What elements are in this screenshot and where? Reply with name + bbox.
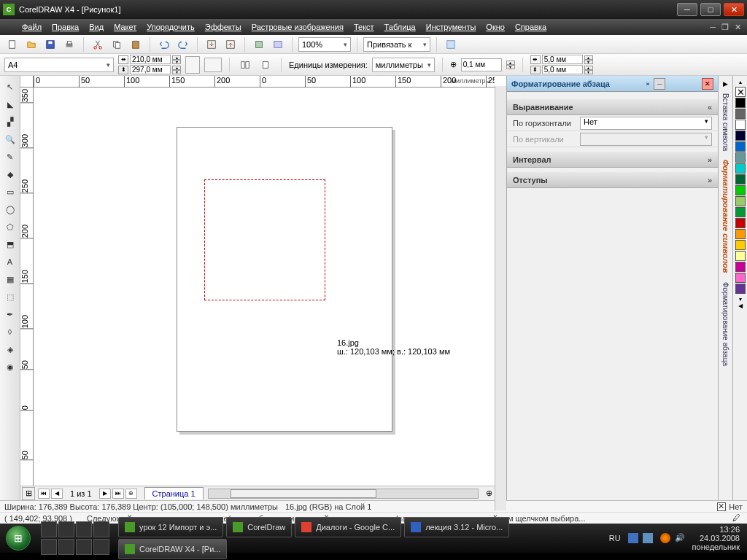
pagesize-combo[interactable]: A4	[4, 58, 114, 72]
ellipse-tool[interactable]: ◯	[2, 201, 18, 217]
navigator-button[interactable]: ⊕	[483, 488, 495, 499]
start-button[interactable]: ⊞	[1, 525, 35, 551]
menu-view[interactable]: Вид	[89, 23, 104, 31]
text-tool[interactable]: A	[2, 254, 18, 270]
color-swatch[interactable]	[735, 141, 746, 152]
tray-icon-3[interactable]	[660, 533, 670, 543]
color-swatch[interactable]	[735, 163, 746, 174]
docker-expand-icon[interactable]: ▶	[723, 80, 728, 88]
menu-help[interactable]: Справка	[515, 23, 546, 31]
crop-tool[interactable]: ▞	[2, 114, 18, 130]
vertical-ruler[interactable]: 35030025020015010050050	[20, 88, 34, 486]
menu-tools[interactable]: Инструменты	[426, 23, 476, 31]
next-page-button[interactable]: ▶	[99, 489, 111, 499]
color-swatch[interactable]	[735, 273, 746, 283]
alignment-section[interactable]: Выравнивание«	[507, 99, 718, 115]
nudge-input[interactable]	[461, 58, 502, 71]
color-swatch[interactable]	[735, 174, 746, 184]
page-height-input[interactable]	[130, 65, 171, 74]
dup-y-input[interactable]	[542, 65, 583, 74]
open-button[interactable]	[23, 36, 39, 52]
add-page-button[interactable]: ⊞	[22, 487, 35, 500]
color-swatch[interactable]	[735, 185, 746, 195]
clock[interactable]: 13:26 24.03.2008 понедельник	[692, 525, 740, 551]
page-width-input[interactable]	[130, 55, 171, 64]
print-button[interactable]	[61, 36, 77, 52]
current-page-button[interactable]	[258, 57, 274, 73]
ql-1[interactable]	[41, 521, 57, 537]
ql-2[interactable]	[58, 521, 74, 537]
import-button[interactable]	[204, 36, 220, 52]
menu-file[interactable]: Файл	[22, 23, 42, 31]
undo-button[interactable]	[156, 36, 172, 52]
menu-arrange[interactable]: Упорядочить	[147, 23, 194, 31]
horizontal-ruler[interactable]: миллиметры 050100150200050100150200250	[34, 76, 495, 88]
landscape-button[interactable]	[204, 58, 222, 72]
docker-tab-para-format[interactable]: Форматирование абзаца	[721, 279, 729, 369]
polygon-tool[interactable]: ⬠	[2, 219, 18, 235]
redo-button[interactable]	[175, 36, 191, 52]
save-button[interactable]	[42, 36, 58, 52]
palette-up-button[interactable]: ▴	[739, 79, 742, 85]
rectangle-tool[interactable]: ▭	[2, 184, 18, 200]
panel-close-button[interactable]: ✕	[702, 78, 713, 90]
maximize-button[interactable]: □	[700, 3, 721, 16]
last-page-button[interactable]: ⏭	[112, 489, 124, 499]
ql-5[interactable]	[41, 539, 57, 555]
horizontal-scrollbar[interactable]	[208, 489, 479, 499]
indents-section[interactable]: Отступы»	[507, 172, 718, 188]
menu-window[interactable]: Окно	[486, 23, 505, 31]
fill-tool[interactable]: ◈	[2, 341, 18, 357]
color-swatch[interactable]	[735, 284, 746, 294]
ql-4[interactable]	[93, 521, 109, 537]
copy-button[interactable]	[109, 36, 125, 52]
outline-tool[interactable]: ◊	[2, 324, 18, 340]
paste-button[interactable]	[128, 36, 144, 52]
ql-3[interactable]	[76, 521, 92, 537]
shape-tool[interactable]: ◣	[2, 96, 18, 112]
interactive-tool[interactable]: ⬚	[2, 289, 18, 305]
ql-6[interactable]	[58, 539, 74, 555]
menu-table[interactable]: Таблица	[384, 23, 416, 31]
docker-tab-insert-char[interactable]: Вставка символа	[721, 90, 729, 154]
ruler-corner[interactable]	[20, 76, 34, 88]
menu-text[interactable]: Текст	[354, 23, 374, 31]
color-swatch[interactable]	[735, 196, 746, 206]
zoom-combo[interactable]: 100%	[298, 37, 351, 52]
horizontal-align-select[interactable]: Нет	[580, 117, 712, 130]
task-2[interactable]: CorelDraw	[226, 517, 292, 537]
collapse-icon[interactable]: »	[646, 80, 649, 88]
palette-down-button[interactable]: ▾	[739, 296, 742, 303]
welcome-button[interactable]	[270, 36, 286, 52]
close-button[interactable]: ✕	[724, 3, 744, 16]
color-swatch[interactable]	[735, 120, 746, 130]
mdi-restore-button[interactable]: ❐	[721, 23, 729, 32]
canvas[interactable]: 16.jpg ш.: 120,103 мм; в.: 120,103 мм	[34, 88, 495, 486]
mdi-minimize-button[interactable]: ─	[710, 23, 716, 32]
prev-page-button[interactable]: ◀	[51, 489, 63, 499]
palette-flyout-button[interactable]: ◀	[738, 303, 743, 309]
dup-x-input[interactable]	[542, 55, 583, 64]
interactive-fill-tool[interactable]: ◉	[2, 359, 18, 375]
app-launcher-button[interactable]	[251, 36, 267, 52]
color-swatch[interactable]	[735, 251, 746, 261]
menu-edit[interactable]: Правка	[52, 23, 79, 31]
mdi-close-button[interactable]: ✕	[735, 23, 741, 32]
menu-bitmaps[interactable]: Растровые изображения	[252, 23, 344, 31]
export-button[interactable]	[222, 36, 239, 52]
portrait-button[interactable]	[185, 56, 200, 74]
panel-title[interactable]: Форматирование абзаца » ─ ✕	[507, 76, 718, 92]
docker-tab-char-format[interactable]: Форматирование символов	[721, 157, 730, 276]
color-swatch[interactable]	[735, 98, 746, 108]
task-4[interactable]: лекция 3.12 - Micro...	[404, 517, 509, 537]
task-1[interactable]: урок 12 Импорт и э...	[118, 517, 223, 537]
menu-layout[interactable]: Макет	[114, 23, 136, 31]
add-page-after-button[interactable]: ⊕	[125, 489, 137, 499]
task-3[interactable]: Диалоги - Google C...	[295, 517, 401, 537]
no-color-swatch[interactable]: ✕	[735, 87, 746, 97]
basic-shapes-tool[interactable]: ⬒	[2, 236, 18, 252]
zoom-tool[interactable]: 🔍	[2, 131, 18, 147]
color-swatch[interactable]	[735, 218, 746, 228]
task-5[interactable]: CorelDRAW X4 - [Ри...	[118, 539, 227, 559]
units-combo[interactable]: миллиметры	[372, 58, 435, 72]
